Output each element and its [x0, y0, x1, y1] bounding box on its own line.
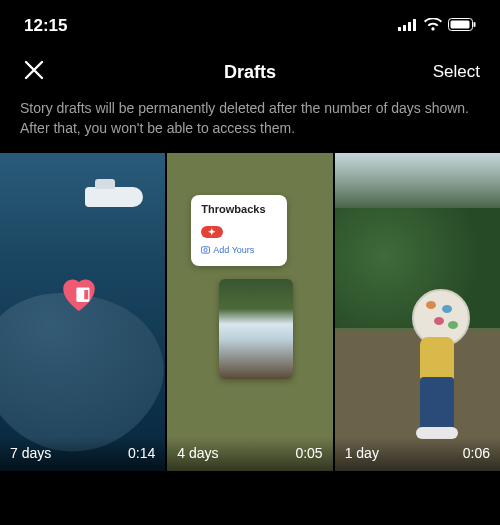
status-time: 12:15 [24, 16, 67, 36]
select-button[interactable]: Select [433, 62, 480, 82]
draft-footer: 4 days 0:05 [167, 437, 332, 471]
draft-duration: 0:05 [295, 445, 322, 461]
cellular-icon [398, 17, 418, 35]
draft-footer: 7 days 0:14 [0, 437, 165, 471]
close-button[interactable] [20, 58, 48, 86]
status-indicators [398, 17, 476, 35]
draft-art-boat [85, 187, 143, 207]
svg-rect-6 [474, 22, 476, 27]
battery-icon [448, 17, 476, 35]
svg-rect-1 [403, 25, 406, 31]
draft-duration: 0:14 [128, 445, 155, 461]
draft-art-waterfall [219, 279, 293, 379]
svg-rect-9 [202, 246, 210, 252]
sticker-cta-label: Add Yours [213, 245, 254, 255]
draft-duration: 0:06 [463, 445, 490, 461]
draft-item[interactable]: 1 day 0:06 [335, 153, 500, 471]
svg-rect-5 [451, 21, 470, 29]
throwbacks-sticker: Throwbacks ✦ Add Yours [191, 195, 287, 266]
drafts-grid: 7 days 0:14 Throwbacks ✦ Add Yours 4 day… [0, 153, 500, 471]
sticker-cta: Add Yours [201, 245, 277, 256]
svg-point-10 [204, 248, 207, 251]
draft-expiry: 1 day [345, 445, 379, 461]
status-bar: 12:15 [0, 0, 500, 44]
camera-icon [201, 245, 210, 256]
nav-bar: Drafts Select [0, 44, 500, 98]
sticker-badge-icon: ✦ [201, 226, 223, 238]
wifi-icon [424, 17, 442, 35]
draft-item[interactable]: Throwbacks ✦ Add Yours 4 days 0:05 [167, 153, 332, 471]
draft-art-person [406, 289, 470, 439]
draft-art-sky [335, 153, 500, 213]
draft-item[interactable]: 7 days 0:14 [0, 153, 165, 471]
page-title: Drafts [224, 62, 276, 83]
app-frame: 12:15 Drafts Select Sto [0, 0, 500, 525]
heart-sticker-icon [58, 273, 100, 315]
draft-art-torso [420, 337, 454, 381]
svg-rect-2 [408, 22, 411, 31]
draft-art-legs [420, 377, 454, 435]
svg-rect-3 [413, 19, 416, 31]
info-text: Story drafts will be permanently deleted… [0, 98, 500, 153]
draft-expiry: 7 days [10, 445, 51, 461]
svg-rect-0 [398, 27, 401, 31]
svg-rect-8 [84, 290, 88, 299]
sticker-title: Throwbacks [201, 203, 277, 215]
draft-expiry: 4 days [177, 445, 218, 461]
draft-footer: 1 day 0:06 [335, 437, 500, 471]
close-icon [22, 58, 46, 86]
